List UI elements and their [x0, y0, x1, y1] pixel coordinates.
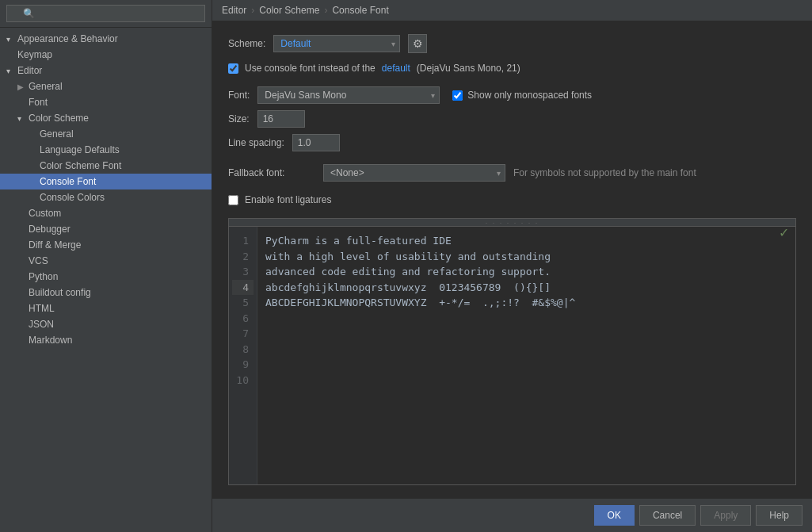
- sidebar-item-html[interactable]: HTML: [0, 300, 212, 316]
- preview-drag-handle[interactable]: · · · · · · · ·: [229, 219, 795, 227]
- sidebar-item-general[interactable]: ▶General: [0, 78, 212, 94]
- sidebar-label-color-scheme-font: Color Scheme Font: [40, 160, 121, 171]
- line-num-3: 3: [232, 264, 254, 280]
- sidebar-label-custom: Custom: [29, 208, 61, 219]
- fallback-select-wrapper: <None> Arial Consolas: [323, 164, 505, 182]
- sidebar-item-font[interactable]: Font: [0, 94, 212, 110]
- sidebar-item-language-defaults[interactable]: Language Defaults: [0, 142, 212, 158]
- sidebar-item-diff-merge[interactable]: Diff & Merge: [0, 237, 212, 253]
- sidebar-label-json: JSON: [29, 319, 54, 330]
- console-font-label: Use console font instead of the: [245, 63, 376, 74]
- sidebar-label-color-scheme: Color Scheme: [29, 113, 89, 124]
- ligatures-label: Enable font ligatures: [245, 194, 331, 205]
- sidebar-label-console-colors: Console Colors: [40, 192, 105, 203]
- font-select[interactable]: DejaVu Sans Mono Consolas Courier New Fi…: [257, 86, 440, 104]
- monospaced-checkbox[interactable]: [452, 90, 463, 101]
- sidebar-item-color-scheme-font[interactable]: Color Scheme Font: [0, 158, 212, 174]
- sidebar-label-debugger: Debugger: [29, 224, 71, 235]
- sidebar-item-editor[interactable]: ▾Editor: [0, 63, 212, 78]
- code-line-5: abcdefghijklmnopqrstuvwxyz 0123456789 ()…: [265, 280, 787, 296]
- bottom-bar: OK Cancel Apply Help: [212, 498, 812, 532]
- sidebar-item-debugger[interactable]: Debugger: [0, 221, 212, 237]
- breadcrumb-sep1: ›: [251, 5, 254, 16]
- line-num-5: 5: [232, 295, 254, 311]
- code-line-6: ABCDEFGHIJKLMNOPQRSTUVWXYZ +-*/= .,;:!? …: [265, 295, 787, 311]
- line-num-2: 2: [232, 249, 254, 265]
- arrow-general: ▶: [17, 82, 27, 91]
- preview-content: 12345678910 PyCharm is a full-featured I…: [229, 227, 795, 484]
- tick-icon: ✓: [779, 225, 789, 240]
- sidebar-item-console-colors[interactable]: Console Colors: [0, 189, 212, 205]
- ok-button[interactable]: OK: [594, 505, 635, 526]
- sidebar-label-vcs: VCS: [29, 255, 48, 266]
- preview-area: · · · · · · · · 12345678910 PyCharm is a…: [228, 218, 796, 485]
- settings-body: Scheme: Default Classic Monokai Darcula …: [212, 21, 812, 498]
- line-spacing-label: Line spacing:: [228, 137, 292, 148]
- sidebar-item-console-font[interactable]: Console Font: [0, 174, 212, 189]
- breadcrumb-color-scheme: Color Scheme: [259, 5, 319, 16]
- gear-button[interactable]: ⚙: [408, 34, 427, 53]
- sidebar-tree: ▾Appearance & BehaviorKeymap▾Editor▶Gene…: [0, 28, 212, 532]
- breadcrumb-current: Console Font: [332, 5, 388, 16]
- line-num-1: 1: [232, 233, 254, 249]
- ligatures-row: Enable font ligatures: [228, 194, 796, 205]
- search-input[interactable]: [6, 5, 205, 22]
- code-area: PyCharm is a full-featured IDEwith a hig…: [257, 227, 795, 484]
- help-button[interactable]: Help: [756, 505, 802, 526]
- sidebar-label-language-defaults: Language Defaults: [40, 144, 120, 155]
- fallback-hint: For symbols not supported by the main fo…: [513, 167, 696, 178]
- line-num-4: 4: [232, 280, 254, 296]
- sidebar-label-buildout-config: Buildout config: [29, 287, 91, 298]
- size-input[interactable]: [257, 110, 305, 128]
- sidebar-item-python[interactable]: Python: [0, 269, 212, 285]
- line-num-8: 8: [232, 342, 254, 358]
- sidebar-label-appearance-behavior: Appearance & Behavior: [17, 33, 118, 44]
- font-select-wrapper: DejaVu Sans Mono Consolas Courier New Fi…: [257, 86, 440, 104]
- scheme-select[interactable]: Default Classic Monokai Darcula: [273, 35, 400, 52]
- console-font-checkbox-row: Use console font instead of the default …: [228, 63, 796, 74]
- sidebar-item-vcs[interactable]: VCS: [0, 253, 212, 269]
- breadcrumb-sep2: ›: [324, 5, 327, 16]
- sidebar-item-json[interactable]: JSON: [0, 316, 212, 332]
- breadcrumb-editor: Editor: [222, 5, 246, 16]
- default-link[interactable]: default: [382, 63, 410, 74]
- sidebar-label-font: Font: [29, 97, 48, 108]
- line-num-7: 7: [232, 326, 254, 342]
- sidebar-label-general: General: [29, 81, 63, 92]
- monospaced-label: Show only monospaced fonts: [467, 90, 592, 101]
- sidebar-item-color-scheme-general[interactable]: General: [0, 126, 212, 142]
- sidebar-item-keymap[interactable]: Keymap: [0, 47, 212, 63]
- sidebar-label-python: Python: [29, 271, 58, 282]
- breadcrumb: Editor › Color Scheme › Console Font: [212, 0, 812, 21]
- sidebar-label-color-scheme-general: General: [40, 128, 74, 140]
- sidebar-item-buildout-config[interactable]: Buildout config: [0, 285, 212, 300]
- line-num-6: 6: [232, 311, 254, 327]
- ligatures-checkbox[interactable]: [228, 195, 238, 205]
- sidebar-label-diff-merge: Diff & Merge: [29, 239, 81, 251]
- apply-button[interactable]: Apply: [700, 505, 751, 526]
- arrow-color-scheme: ▾: [17, 114, 27, 123]
- line-numbers: 12345678910: [229, 227, 257, 484]
- default-font-info: (DejaVu Sans Mono, 21): [417, 63, 520, 74]
- code-line-1: PyCharm is a full-featured IDE: [265, 233, 787, 249]
- sidebar-label-editor: Editor: [17, 65, 42, 76]
- sidebar-item-color-scheme[interactable]: ▾Color Scheme: [0, 110, 212, 126]
- sidebar-item-custom[interactable]: Custom: [0, 205, 212, 221]
- sidebar-label-html: HTML: [29, 303, 55, 314]
- scheme-label: Scheme:: [228, 38, 265, 49]
- arrow-appearance-behavior: ▾: [6, 35, 16, 44]
- sidebar-item-appearance-behavior[interactable]: ▾Appearance & Behavior: [0, 31, 212, 47]
- scheme-select-wrapper: Default Classic Monokai Darcula: [273, 35, 400, 52]
- size-label: Size:: [228, 113, 257, 124]
- line-spacing-input[interactable]: [292, 134, 340, 151]
- console-font-checkbox[interactable]: [228, 63, 238, 74]
- cancel-button[interactable]: Cancel: [639, 505, 696, 526]
- line-num-10: 10: [232, 373, 254, 388]
- fallback-label: Fallback font:: [228, 167, 323, 178]
- sidebar-label-console-font: Console Font: [40, 176, 96, 187]
- fallback-select[interactable]: <None> Arial Consolas: [323, 164, 505, 182]
- code-line-2: with a high level of usability and outst…: [265, 249, 787, 265]
- sidebar-item-markdown[interactable]: Markdown: [0, 332, 212, 348]
- line-num-9: 9: [232, 357, 254, 373]
- code-line-3: advanced code editing and refactoring su…: [265, 264, 787, 280]
